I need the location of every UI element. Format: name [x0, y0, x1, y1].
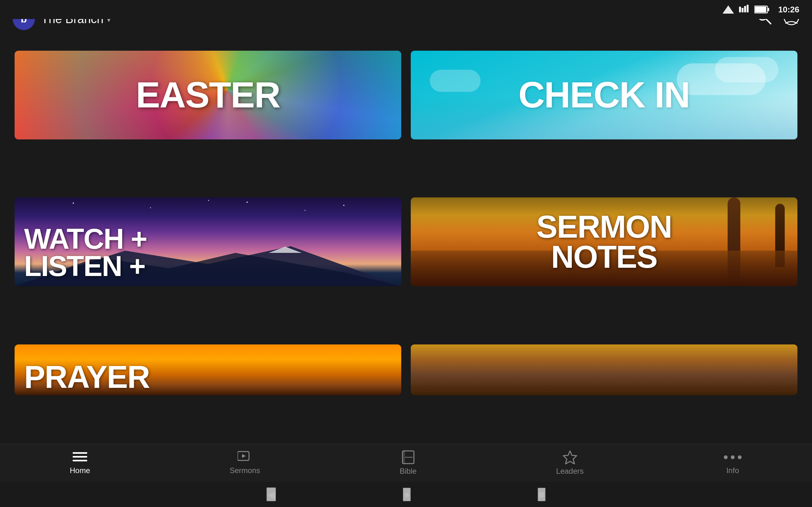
vineyard-row-1: [411, 391, 798, 392]
svg-rect-21: [403, 451, 405, 464]
recents-button[interactable]: ■: [538, 488, 546, 501]
sermon-notes-card[interactable]: SERMON NOTES: [411, 198, 798, 286]
nav-leaders-label: Leaders: [556, 467, 583, 475]
home-list-icon: [72, 451, 87, 464]
prayer-card[interactable]: PRAYER: [14, 344, 401, 395]
nav-item-sermons[interactable]: Sermons: [230, 451, 260, 475]
svg-rect-4: [747, 5, 749, 12]
back-button[interactable]: ◀: [266, 487, 276, 501]
prayer-label: PRAYER: [24, 362, 150, 392]
svg-rect-16: [72, 456, 87, 458]
svg-line-9: [766, 19, 771, 24]
vineyard-row-2: [411, 386, 798, 387]
nav-item-info[interactable]: Info: [723, 451, 742, 475]
svg-rect-2: [742, 8, 744, 12]
nav-item-leaders[interactable]: Leaders: [556, 450, 583, 475]
checkin-label: CHECK IN: [430, 78, 778, 112]
star-5: [343, 205, 345, 206]
svg-rect-15: [72, 452, 87, 454]
easter-card[interactable]: EASTER: [14, 51, 401, 139]
watch-listen-card[interactable]: WATCH + LISTEN +: [14, 198, 401, 286]
status-time: 10:26: [778, 5, 800, 14]
svg-rect-17: [72, 460, 87, 461]
star-3: [247, 202, 248, 203]
main-content: EASTER CHECK IN: [0, 38, 812, 456]
svg-rect-7: [755, 7, 766, 12]
nav-info-label: Info: [726, 466, 739, 475]
nav-item-bible[interactable]: Bible: [400, 450, 416, 475]
star-2: [150, 207, 151, 208]
nav-item-home[interactable]: Home: [70, 451, 90, 475]
leaders-star-icon: [563, 450, 577, 464]
svg-point-26: [738, 455, 742, 459]
svg-marker-0: [722, 5, 734, 14]
info-dots-icon: [723, 451, 742, 464]
easter-label: EASTER: [34, 78, 382, 112]
signal-icon: [722, 5, 734, 14]
star-1: [72, 203, 74, 204]
bible-book-icon: [402, 450, 415, 464]
watch-listen-label: WATCH + LISTEN +: [24, 226, 147, 280]
status-bar: 10:26: [0, 0, 812, 19]
vineyard-card[interactable]: [411, 344, 798, 395]
vineyard-rows: [411, 370, 798, 395]
battery-icon: [754, 5, 769, 14]
star-6: [208, 200, 209, 201]
sermons-play-icon: [238, 451, 252, 464]
nav-home-label: Home: [70, 466, 90, 475]
status-icons: 10:26: [722, 5, 800, 14]
svg-rect-3: [744, 6, 746, 12]
checkin-card[interactable]: CHECK IN: [411, 51, 798, 139]
svg-marker-23: [563, 451, 577, 464]
home-button[interactable]: ●: [403, 488, 411, 501]
svg-rect-6: [768, 8, 769, 11]
nav-bible-label: Bible: [400, 467, 416, 475]
wifi-icon: [739, 5, 750, 14]
system-nav: ◀ ● ■: [0, 482, 812, 507]
svg-marker-19: [242, 454, 246, 458]
svg-point-25: [731, 455, 734, 459]
nav-sermons-label: Sermons: [230, 466, 260, 475]
star-4: [305, 210, 305, 211]
svg-rect-1: [739, 7, 741, 12]
bottom-nav: Home Sermons Bible Leaders Info: [0, 444, 812, 482]
sermon-notes-label: SERMON NOTES: [537, 212, 672, 272]
svg-point-24: [724, 455, 728, 459]
